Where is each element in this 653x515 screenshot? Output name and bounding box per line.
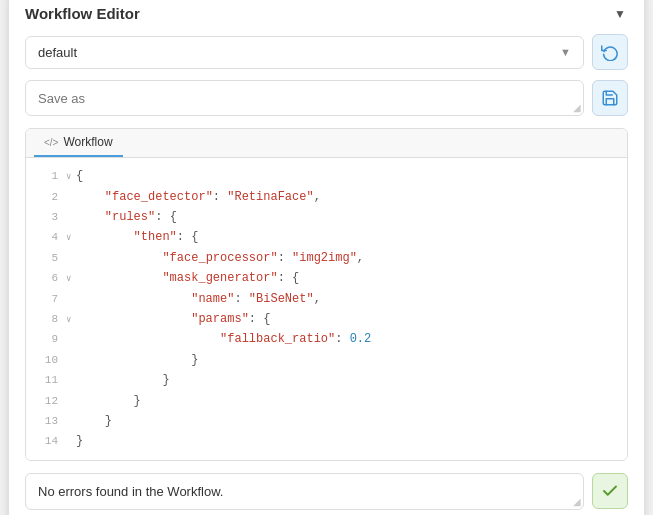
check-icon: [601, 482, 619, 500]
json-key: "fallback_ratio": [220, 332, 335, 346]
line-number: 10: [34, 351, 58, 370]
json-value: "BiSeNet": [249, 292, 314, 306]
code-text: "name": "BiSeNet",: [76, 289, 321, 309]
code-line: 10 }: [26, 350, 627, 370]
resize-handle: ◢: [573, 103, 581, 113]
code-line: 4∨ "then": {: [26, 227, 627, 247]
code-line: 7 "name": "BiSeNet",: [26, 289, 627, 309]
json-punct: : {: [249, 312, 271, 326]
code-text: }: [76, 431, 83, 451]
json-punct: ,: [357, 251, 364, 265]
code-line: 3 "rules": {: [26, 207, 627, 227]
fold-icon[interactable]: ∨: [66, 170, 74, 185]
code-line: 2 "face_detector": "RetinaFace",: [26, 187, 627, 207]
json-key: "params": [191, 312, 249, 326]
code-text: "face_detector": "RetinaFace",: [76, 187, 321, 207]
dropdown-arrow-icon: ▼: [560, 46, 571, 58]
code-text: "then": {: [76, 227, 198, 247]
validate-button[interactable]: [592, 473, 628, 509]
line-number: 5: [34, 249, 58, 268]
code-icon: </>: [44, 137, 58, 148]
status-resize-handle: ◢: [573, 496, 581, 507]
line-number: 6: [34, 269, 58, 288]
line-number: 1: [34, 167, 58, 186]
fold-icon[interactable]: ∨: [66, 313, 74, 328]
json-punct: :: [234, 292, 248, 306]
code-line: 6∨ "mask_generator": {: [26, 268, 627, 288]
code-line: 14}: [26, 431, 627, 451]
code-line: 5 "face_processor": "img2img",: [26, 248, 627, 268]
code-text: "params": {: [76, 309, 270, 329]
json-punct: :: [213, 190, 227, 204]
code-text: }: [76, 350, 198, 370]
code-text: }: [76, 411, 112, 431]
workflow-select[interactable]: default ▼: [25, 36, 584, 69]
json-key: "face_processor": [162, 251, 277, 265]
fold-icon[interactable]: ∨: [66, 272, 74, 287]
code-text: "mask_generator": {: [76, 268, 299, 288]
line-number: 14: [34, 432, 58, 451]
json-key: "face_detector": [105, 190, 213, 204]
fold-icon[interactable]: ∨: [66, 231, 74, 246]
line-number: 2: [34, 188, 58, 207]
code-editor[interactable]: 1∨{2 "face_detector": "RetinaFace",3 "ru…: [26, 158, 627, 459]
code-line: 8∨ "params": {: [26, 309, 627, 329]
line-number: 4: [34, 228, 58, 247]
line-number: 3: [34, 208, 58, 227]
line-number: 12: [34, 392, 58, 411]
code-text: }: [76, 391, 141, 411]
save-as-input[interactable]: [38, 91, 571, 106]
editor-panel: </> Workflow 1∨{2 "face_detector": "Reti…: [25, 128, 628, 460]
select-value: default: [38, 45, 77, 60]
code-line: 1∨{: [26, 166, 627, 186]
code-line: 9 "fallback_ratio": 0.2: [26, 329, 627, 349]
json-key: "mask_generator": [162, 271, 277, 285]
collapse-icon[interactable]: ▼: [612, 6, 628, 22]
code-line: 13 }: [26, 411, 627, 431]
code-text: "rules": {: [76, 207, 177, 227]
line-number: 11: [34, 371, 58, 390]
code-line: 12 }: [26, 391, 627, 411]
refresh-icon: [601, 43, 619, 61]
refresh-button[interactable]: [592, 34, 628, 70]
save-button[interactable]: [592, 80, 628, 116]
json-punct: :: [278, 251, 292, 265]
status-message: No errors found in the Workflow. ◢: [25, 473, 584, 510]
workflow-tab[interactable]: </> Workflow: [34, 129, 123, 157]
line-number: 7: [34, 290, 58, 309]
json-punct: ,: [314, 292, 321, 306]
json-value: "RetinaFace": [227, 190, 313, 204]
code-line: 11 }: [26, 370, 627, 390]
json-punct: : {: [177, 230, 199, 244]
code-text: "face_processor": "img2img",: [76, 248, 364, 268]
line-number: 13: [34, 412, 58, 431]
editor-tab-bar: </> Workflow: [26, 129, 627, 158]
tab-label: Workflow: [63, 135, 112, 149]
line-number: 9: [34, 330, 58, 349]
json-value: 0.2: [350, 332, 372, 346]
json-value: "img2img": [292, 251, 357, 265]
json-punct: : {: [278, 271, 300, 285]
code-text: {: [76, 166, 83, 186]
json-punct: ,: [314, 190, 321, 204]
json-key: "then": [134, 230, 177, 244]
json-key: "rules": [105, 210, 155, 224]
page-title: Workflow Editor: [25, 5, 140, 22]
save-icon: [601, 89, 619, 107]
json-punct: :: [335, 332, 349, 346]
status-text: No errors found in the Workflow.: [38, 484, 223, 499]
code-text: "fallback_ratio": 0.2: [76, 329, 371, 349]
code-text: }: [76, 370, 170, 390]
json-key: "name": [191, 292, 234, 306]
line-number: 8: [34, 310, 58, 329]
json-punct: : {: [155, 210, 177, 224]
